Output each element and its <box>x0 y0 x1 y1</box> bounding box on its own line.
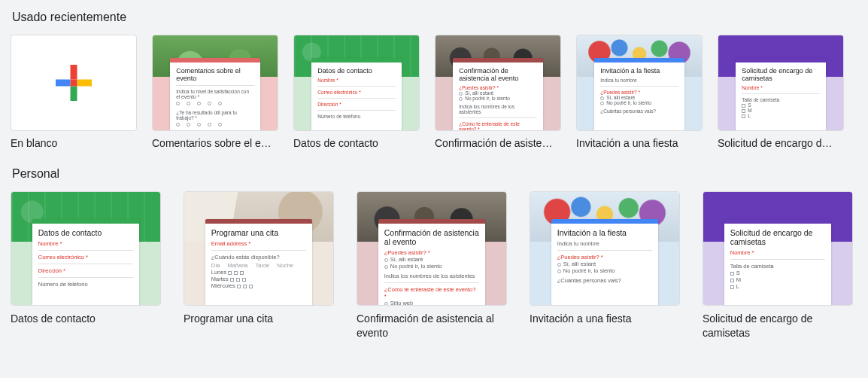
template-label: Datos de contacto <box>293 137 420 149</box>
personal-section: Personal Datos de contacto Nombre * Corr… <box>11 167 857 340</box>
svg-rect-3 <box>77 80 93 87</box>
template-label: En blanco <box>11 137 137 149</box>
template-party[interactable]: Invitación a la fiesta Indica tu nombre … <box>530 191 680 340</box>
template-label: Solicitud de encargo de camisetas <box>703 312 853 340</box>
svg-rect-0 <box>71 65 77 80</box>
template-thumb <box>11 35 137 131</box>
template-thumb: Solicitud de encargo de camisetas Nombre… <box>718 35 844 131</box>
template-rsvp[interactable]: Confirmación de asistencia al evento ¿Pu… <box>435 35 561 149</box>
template-thumb: Invitación a la fiesta Indica tu nombre … <box>530 191 680 306</box>
template-thumb: Invitación a la fiesta Indica tu nombre … <box>576 35 703 131</box>
plus-icon <box>11 35 136 130</box>
template-label: Comentarios sobre el e… <box>152 137 278 149</box>
template-thumb: Datos de contacto Nombre * Correo electr… <box>11 191 161 306</box>
recent-row: En blanco Comentarios sobre el evento In… <box>11 35 857 149</box>
template-thumb: Datos de contacto Nombre * Correo electr… <box>293 35 420 131</box>
svg-rect-1 <box>71 87 77 102</box>
template-label: Confirmación de asiste… <box>435 137 561 149</box>
template-thumb: Programar una cita Email address * ¿Cuán… <box>184 191 334 306</box>
template-tshirt[interactable]: Solicitud de encargo de camisetas Nombre… <box>718 35 844 149</box>
template-label: Confirmación de asistencia al evento <box>357 312 507 340</box>
template-contact[interactable]: Datos de contacto Nombre * Correo electr… <box>11 191 161 340</box>
template-thumb: Comentarios sobre el evento Indica tu ni… <box>152 35 278 131</box>
template-thumb: Confirmación de asistencia al evento ¿Pu… <box>357 191 507 306</box>
template-party[interactable]: Invitación a la fiesta Indica tu nombre … <box>576 35 703 149</box>
personal-row: Datos de contacto Nombre * Correo electr… <box>11 191 857 340</box>
personal-title: Personal <box>12 167 857 181</box>
svg-rect-4 <box>71 80 77 87</box>
template-rsvp[interactable]: Confirmación de asistencia al evento ¿Pu… <box>357 191 507 340</box>
template-label: Invitación a una fiesta <box>576 137 703 149</box>
recent-title: Usado recientemente <box>12 11 857 24</box>
svg-rect-2 <box>56 80 71 87</box>
template-appointment[interactable]: Programar una cita Email address * ¿Cuán… <box>184 191 334 340</box>
template-blank[interactable]: En blanco <box>11 35 137 149</box>
template-label: Datos de contacto <box>11 312 161 326</box>
template-label: Invitación a una fiesta <box>530 312 680 326</box>
template-contact[interactable]: Datos de contacto Nombre * Correo electr… <box>293 35 420 149</box>
template-label: Programar una cita <box>184 312 334 326</box>
recent-section: Usado recientemente En blanco <box>11 11 857 149</box>
template-tshirt[interactable]: Solicitud de encargo de camisetas Nombre… <box>703 191 853 340</box>
template-label: Solicitud de encargo d… <box>718 137 844 149</box>
template-feedback[interactable]: Comentarios sobre el evento Indica tu ni… <box>152 35 278 149</box>
template-thumb: Solicitud de encargo de camisetas Nombre… <box>703 191 853 306</box>
template-thumb: Confirmación de asistencia al evento ¿Pu… <box>435 35 561 131</box>
